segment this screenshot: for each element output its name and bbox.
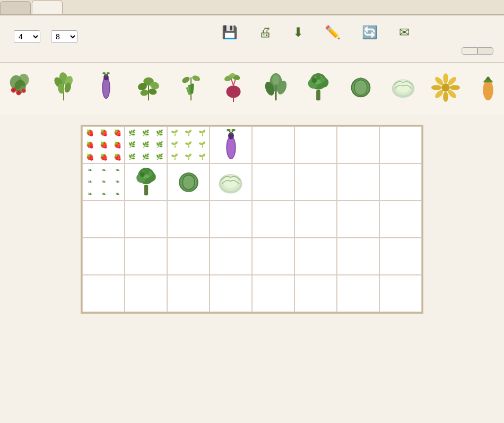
plant-asian[interactable]: [85, 67, 127, 110]
grid-cell[interactable]: ❧❧❧❧❧❧❧❧❧: [82, 163, 125, 201]
email-icon: ✉: [399, 25, 410, 40]
grid-cell[interactable]: [294, 126, 337, 163]
grid-cell[interactable]: [294, 163, 337, 201]
alpine-icon: [4, 70, 39, 105]
grid-cell[interactable]: [210, 201, 252, 238]
grid-cell[interactable]: [252, 275, 294, 312]
plant-broccoli[interactable]: [297, 67, 340, 110]
plant-calendula[interactable]: [424, 67, 467, 110]
grid-cell[interactable]: [210, 238, 252, 275]
load-button[interactable]: ⬇: [289, 23, 308, 44]
grid-cell[interactable]: [337, 126, 379, 163]
load-icon: ⬇: [293, 25, 303, 40]
email-button[interactable]: ✉: [395, 23, 414, 44]
length-select[interactable]: 8 10 12: [51, 30, 77, 43]
start-over-button[interactable]: 🔄: [358, 23, 382, 44]
grid-cell[interactable]: [210, 163, 252, 201]
svg-point-15: [103, 77, 109, 98]
grid-cell[interactable]: 🌿🌿🌿🌿🌿🌿🌿🌿🌿: [125, 126, 167, 163]
svg-point-5: [22, 88, 26, 92]
tab-bar: [0, 0, 504, 15]
grid-cell[interactable]: [210, 126, 252, 163]
grid-cell[interactable]: [125, 238, 167, 275]
grid-cell[interactable]: [125, 201, 167, 238]
main-content: 4 6 8 8 10 12 💾 🖨 ⬇: [0, 15, 504, 62]
svg-point-58: [443, 73, 448, 83]
grid-cell[interactable]: [82, 238, 125, 275]
brussels-icon: [344, 70, 378, 105]
grid-cell[interactable]: 🍓🍓🍓🍓🍓🍓🍓🍓🍓: [82, 126, 125, 163]
svg-point-67: [483, 80, 493, 100]
svg-point-7: [18, 91, 20, 93]
plant-ca-more[interactable]: [467, 67, 504, 110]
save-icon: 💾: [222, 25, 238, 40]
grid-cell[interactable]: [125, 163, 167, 201]
plant-brussels[interactable]: [340, 67, 382, 110]
grid-cell[interactable]: 🌱🌱🌱🌱🌱🌱🌱🌱🌱: [167, 126, 210, 163]
garden-grid[interactable]: 🍓🍓🍓🍓🍓🍓🍓🍓🍓 🌿🌿🌿🌿🌿🌿🌿🌿🌿 🌱🌱🌱🌱🌱🌱🌱🌱🌱 ❧❧❧❧❧❧❧❧❧: [81, 125, 423, 314]
grid-cell[interactable]: [252, 163, 294, 201]
grid-cell[interactable]: [337, 238, 379, 275]
plant-beans[interactable]: [170, 67, 212, 110]
plant-carousel-section: [0, 62, 504, 114]
tab-row-bed[interactable]: [0, 1, 31, 14]
plant-arugula[interactable]: [42, 67, 85, 110]
grid-cell[interactable]: [252, 238, 294, 275]
grid-cell[interactable]: [294, 238, 337, 275]
edit-plan-button[interactable]: ✏️: [320, 23, 345, 44]
svg-point-64: [431, 85, 441, 90]
svg-point-6: [13, 89, 15, 91]
grid-cell[interactable]: [252, 126, 294, 163]
tab-site-plan[interactable]: [32, 0, 63, 14]
edit-plan-icon: ✏️: [325, 25, 341, 40]
start-over-icon: 🔄: [362, 25, 378, 40]
grid-cell[interactable]: [167, 238, 210, 275]
grid-cell[interactable]: [167, 275, 210, 312]
save-button[interactable]: 💾: [218, 23, 242, 44]
toolbar: 💾 🖨 ⬇ ✏️ 🔄 ✉: [218, 23, 414, 44]
grid-cell[interactable]: [125, 275, 167, 312]
grid-cell[interactable]: [379, 163, 422, 201]
grid-cell[interactable]: [379, 275, 422, 312]
bok-choi-icon: [259, 70, 293, 105]
grid-cell[interactable]: [210, 275, 252, 312]
plant-alpine[interactable]: [0, 67, 42, 110]
broccoli-icon: [301, 70, 336, 105]
svg-point-28: [181, 75, 190, 84]
grid-cell[interactable]: [379, 201, 422, 238]
grid-cell[interactable]: [379, 238, 422, 275]
grid-cell[interactable]: [167, 163, 210, 201]
svg-point-33: [226, 85, 240, 98]
grid-cell[interactable]: [294, 275, 337, 312]
plant-basil[interactable]: [127, 67, 170, 110]
width-select[interactable]: 4 6 8: [14, 30, 40, 43]
svg-rect-45: [316, 90, 320, 100]
svg-point-62: [443, 91, 448, 101]
svg-point-16: [103, 74, 109, 80]
grid-cell[interactable]: [337, 201, 379, 238]
svg-point-60: [450, 85, 460, 90]
nav-buttons: [462, 47, 493, 55]
beans-icon: [174, 70, 208, 105]
plant-cabbage[interactable]: [382, 67, 424, 110]
left-panel: 4 6 8 8 10 12: [0, 15, 127, 62]
grid-cell[interactable]: [337, 275, 379, 312]
grid-cell[interactable]: [379, 126, 422, 163]
grid-cell[interactable]: [82, 275, 125, 312]
print-button[interactable]: 🖨: [255, 23, 276, 44]
asian-icon: [89, 70, 124, 105]
plant-bok-choi[interactable]: [255, 67, 297, 110]
grid-cell[interactable]: [252, 201, 294, 238]
grid-container: 🍓🍓🍓🍓🍓🍓🍓🍓🍓 🌿🌿🌿🌿🌿🌿🌿🌿🌿 🌱🌱🌱🌱🌱🌱🌱🌱🌱 ❧❧❧❧❧❧❧❧❧: [0, 114, 504, 324]
plant-beet[interactable]: [212, 67, 255, 110]
svg-point-82: [143, 169, 149, 175]
grid-cell[interactable]: [294, 201, 337, 238]
svg-point-44: [272, 74, 280, 84]
svg-point-50: [311, 77, 317, 83]
grid-cell[interactable]: [82, 201, 125, 238]
grid-cell[interactable]: [337, 163, 379, 201]
next-button[interactable]: [477, 47, 493, 55]
previous-button[interactable]: [462, 47, 477, 55]
calendula-icon: [429, 70, 463, 105]
grid-cell[interactable]: [167, 201, 210, 238]
